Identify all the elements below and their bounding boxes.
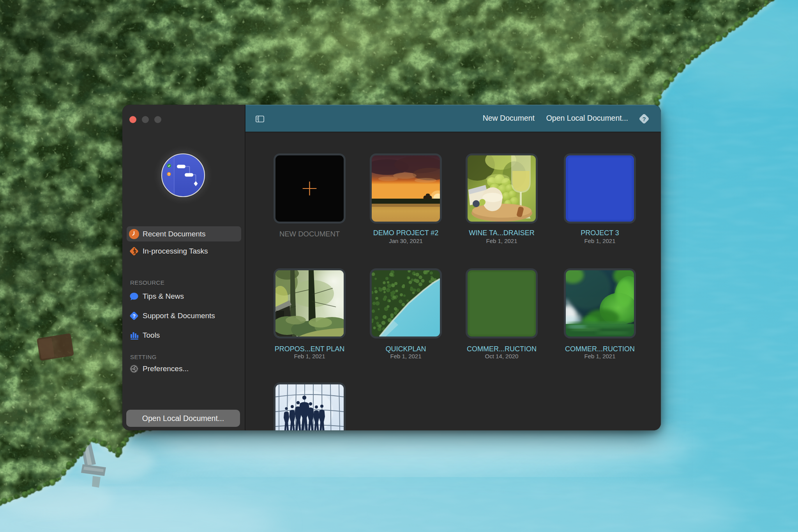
svg-text:?: ? [132,313,136,319]
svg-text:?: ? [642,116,646,122]
